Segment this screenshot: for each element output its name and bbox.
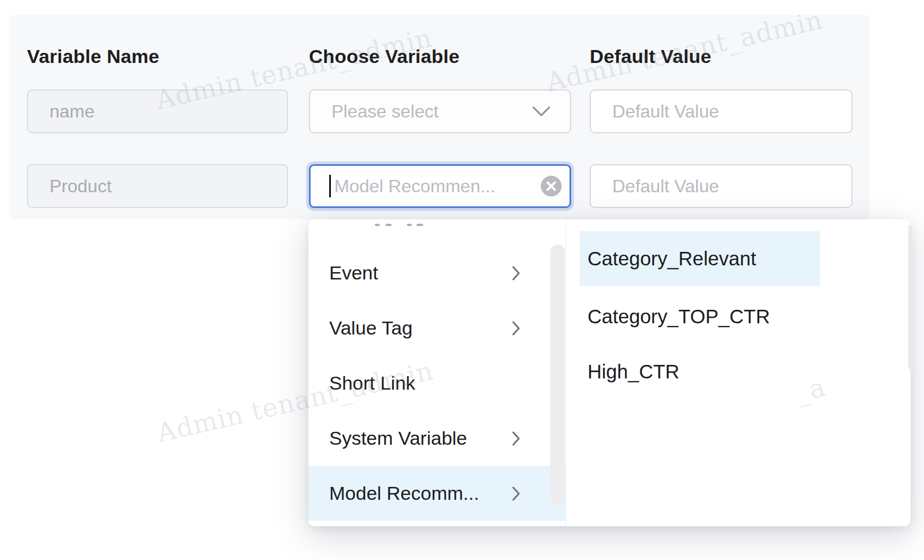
right-column-scrollbar[interactable] bbox=[908, 225, 912, 369]
cascader-left-column: Event Value Tag Short Link System Variab… bbox=[308, 219, 566, 526]
menu-item-system-variable[interactable]: System Variable bbox=[308, 411, 566, 466]
default-value-input-row2[interactable] bbox=[590, 164, 853, 208]
default-value-input-row1[interactable] bbox=[590, 89, 853, 133]
variable-name-input-row2[interactable] bbox=[27, 164, 288, 208]
choose-variable-select-row2-focused[interactable]: Model Recommen... bbox=[309, 164, 571, 208]
header-choose-variable: Choose Variable bbox=[309, 44, 460, 69]
menu-item-value-tag[interactable]: Value Tag bbox=[308, 301, 566, 355]
cascader-right-column: Category_Relevant Category_TOP_CTR High_… bbox=[566, 219, 910, 526]
menu-item-model-recommend[interactable]: Model Recomm... bbox=[308, 466, 566, 521]
submenu-item-category-top-ctr[interactable]: Category_TOP_CTR bbox=[580, 289, 820, 344]
chevron-down-icon bbox=[532, 106, 551, 117]
chevron-right-icon bbox=[512, 320, 521, 336]
select-placeholder: Please select bbox=[310, 101, 532, 122]
chevron-right-icon bbox=[512, 431, 521, 446]
menu-item-event[interactable]: Event bbox=[308, 246, 566, 300]
variable-name-input-row1[interactable] bbox=[27, 89, 288, 133]
left-column-scrollbar[interactable] bbox=[550, 245, 565, 505]
screen: Variable Name Choose Variable Default Va… bbox=[0, 0, 924, 560]
submenu-item-high-ctr[interactable]: High_CTR bbox=[580, 344, 820, 399]
select-placeholder: Model Recommen... bbox=[331, 176, 495, 197]
clear-icon[interactable] bbox=[541, 176, 562, 197]
submenu-item-category-relevant[interactable]: Category_Relevant bbox=[580, 231, 820, 286]
chevron-right-icon bbox=[512, 486, 521, 502]
choose-variable-select-row1[interactable]: Please select bbox=[309, 89, 571, 133]
chevron-right-icon bbox=[512, 265, 521, 281]
cascader-dropdown: Event Value Tag Short Link System Variab… bbox=[308, 219, 910, 526]
header-variable-name: Variable Name bbox=[27, 44, 159, 69]
header-default-value: Default Value bbox=[590, 44, 711, 69]
menu-item-short-link[interactable]: Short Link bbox=[308, 356, 566, 410]
